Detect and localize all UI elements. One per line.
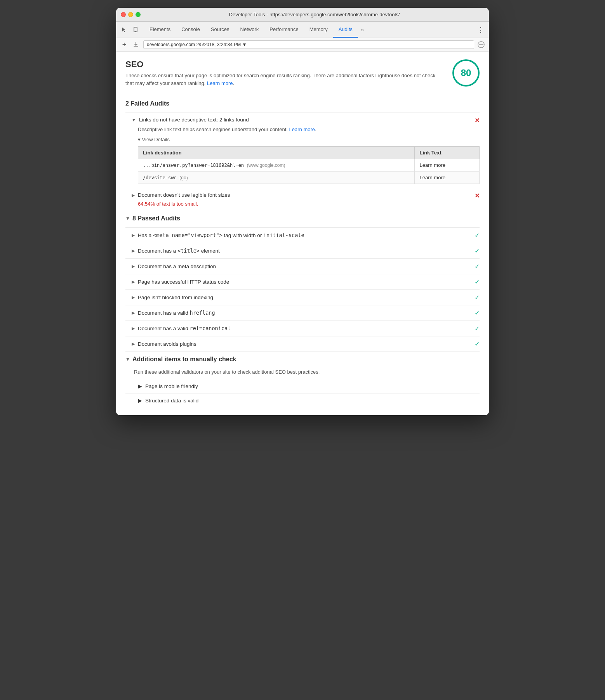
tab-audits[interactable]: Audits [333,22,358,38]
code-hreflang: hreflang [190,310,215,316]
chevron-down-icon: ▼ [132,118,136,122]
additional-item-structured-label[interactable]: ▶ Structured data is valid [138,397,198,404]
passed-item-label[interactable]: ▶ Document has a valid hreflang [132,310,215,316]
chevron-right-icon: ▶ [132,295,135,300]
tab-console[interactable]: Console [176,22,205,38]
download-icon [133,42,139,48]
tab-more-button[interactable]: » [358,22,367,38]
additional-items-section-header[interactable]: ▼ Additional items to manually check [125,352,480,367]
passed-item-label[interactable]: ▶ Page has successful HTTP status code [132,279,229,285]
passed-item-label[interactable]: ▶ Document has a <title> element [132,248,220,254]
seo-description: These checks ensure that your page is op… [125,72,445,87]
toolbar-menu-button[interactable]: ⋮ [476,25,486,35]
chevron-right-icon: ▶ [132,310,135,315]
code-canonical: rel=canonical [190,325,231,331]
traffic-lights [121,12,141,17]
additional-item-mobile: ▶ Page is mobile friendly [125,379,480,393]
pass-check-icon: ✓ [475,325,480,332]
additional-items-description: Run these additional validators on your … [134,368,480,376]
no-entry-icon [477,41,485,49]
code-initial-scale: initial-scale [263,232,304,238]
code-title: <title> [177,248,200,254]
new-tab-button[interactable]: + [120,40,129,49]
minimize-button[interactable] [128,12,133,17]
view-details-toggle[interactable]: ▾ View Details [138,137,480,142]
maximize-button[interactable] [136,12,141,17]
additional-item-mobile-label[interactable]: ▶ Page is mobile friendly [138,383,198,389]
links-learn-more-link[interactable]: Learn more [289,126,315,132]
table-cell-dest2: /devsite-swe (go) [138,171,415,184]
audit-item-fonts: ▶ Document doesn't use legible font size… [125,188,480,211]
seo-text: SEO These checks ensure that your page i… [125,59,445,87]
tab-elements[interactable]: Elements [144,22,176,38]
score-value: 80 [461,68,471,78]
chevron-right-icon: ▶ [132,326,135,331]
passed-item-hreflang: ▶ Document has a valid hreflang ✓ [125,305,480,321]
table-header-destination: Link destination [138,146,415,159]
pass-check-icon: ✓ [475,294,480,301]
passed-item-label[interactable]: ▶ Page isn't blocked from indexing [132,295,213,300]
cursor-tool-button[interactable] [119,25,129,35]
passed-item-plugins: ▶ Document avoids plugins ✓ [125,336,480,352]
address-bar: + developers.google.com 2/5/2018, 3:24:3… [116,38,489,52]
table-cell-linktext2: Learn more [415,171,480,184]
passed-item-title: ▶ Document has a <title> element ✓ [125,243,480,258]
table-row: ...bin/answer.py?answer=181692&hl=en (ww… [138,159,480,171]
seo-header: SEO These checks ensure that your page i… [125,59,480,87]
passed-item-label[interactable]: ▶ Document avoids plugins [132,341,196,347]
audit-item-links-title: ▼ Links do not have descriptive text: 2 … [132,117,475,123]
pass-check-icon: ✓ [475,232,480,239]
chevron-right-icon: ▶ [132,341,135,347]
passed-item-label[interactable]: ▶ Document has a valid rel=canonical [132,325,231,331]
seo-learn-more-link[interactable]: Learn more [207,80,233,86]
passed-item-viewport: ▶ Has a <meta name="viewport"> tag with … [125,227,480,243]
passed-item-label[interactable]: ▶ Has a <meta name="viewport"> tag with … [132,232,304,238]
audit-item-links-header[interactable]: ▼ Links do not have descriptive text: 2 … [132,117,480,124]
audit-item-links: ▼ Links do not have descriptive text: 2 … [125,113,480,188]
block-icon [478,41,485,48]
passed-item-meta-desc: ▶ Document has a meta description ✓ [125,258,480,274]
tab-memory[interactable]: Memory [304,22,333,38]
address-input[interactable]: developers.google.com 2/5/2018, 3:24:34 … [143,40,474,49]
devtools-window: Developer Tools - https://developers.goo… [116,8,489,415]
pass-check-icon: ✓ [475,247,480,255]
score-circle: 80 [452,59,480,87]
table-cell-dest1: ...bin/answer.py?answer=181692&hl=en (ww… [138,159,415,171]
chevron-right-icon: ▶ [132,233,135,238]
audit-item-fonts-title: ▶ Document doesn't use legible font size… [132,192,475,198]
link-details-table: Link destination Link Text ...bin/answer… [138,146,480,184]
window-title: Developer Tools - https://developers.goo… [144,12,484,17]
tab-network[interactable]: Network [235,22,264,38]
failed-audits-section-header[interactable]: 2 Failed Audits [125,96,480,111]
passed-audits-section-header[interactable]: ▼ 8 Passed Audits [125,211,480,226]
pass-check-icon: ✓ [475,263,480,270]
table-row: /devsite-swe (go) Learn more [138,171,480,184]
tab-sources[interactable]: Sources [205,22,235,38]
seo-title: SEO [125,59,445,69]
tabs-container: Elements Console Sources Network Perform… [144,22,476,38]
chevron-right-icon: ▶ [132,193,135,198]
main-content: SEO These checks ensure that your page i… [116,52,489,415]
passed-item-label[interactable]: ▶ Document has a meta description [132,263,216,269]
pass-check-icon: ✓ [475,309,480,317]
devtools-toolbar: Elements Console Sources Network Perform… [116,22,489,38]
pass-check-icon: ✓ [475,340,480,348]
tab-performance[interactable]: Performance [264,22,304,38]
passed-item-indexing: ▶ Page isn't blocked from indexing ✓ [125,289,480,305]
close-button[interactable] [121,12,126,17]
audit-item-fonts-header[interactable]: ▶ Document doesn't use legible font size… [132,192,480,199]
download-button[interactable] [132,40,140,49]
chevron-right-icon: ▶ [132,264,135,269]
svg-rect-1 [135,31,136,31]
device-toolbar-button[interactable] [131,25,141,35]
toolbar-icons [119,25,141,35]
chevron-right-icon: ▶ [138,383,142,389]
audit-item-links-desc: Descriptive link text helps search engin… [138,126,480,133]
fail-status-icon-2: ✕ [475,192,480,199]
device-icon [133,27,139,33]
table-cell-linktext1: Learn more [415,159,480,171]
passed-item-http: ▶ Page has successful HTTP status code ✓ [125,274,480,289]
chevron-right-icon: ▶ [132,248,135,253]
titlebar: Developer Tools - https://developers.goo… [116,8,489,22]
code-meta: <meta name="viewport"> [153,232,223,238]
